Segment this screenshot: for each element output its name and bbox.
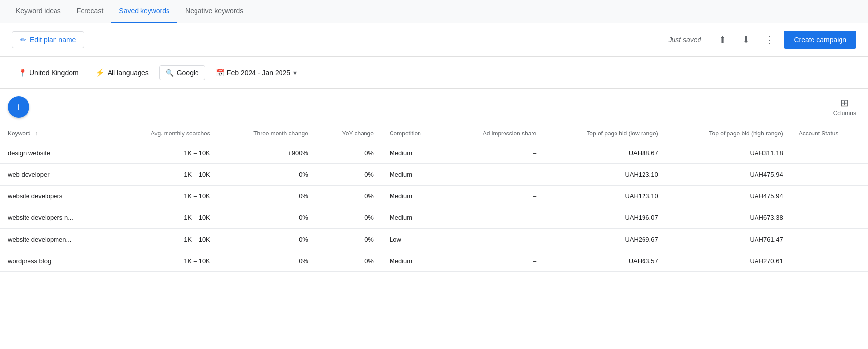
toolbar-right: Just saved ⬆ ⬇ ⋮ Create campaign [668, 31, 856, 49]
table-cell: UAH196.07 [544, 207, 666, 229]
chevron-down-icon: ▾ [293, 69, 297, 77]
table-cell: – [448, 207, 544, 229]
download-icon: ⬇ [742, 34, 750, 45]
th-avg-monthly-searches[interactable]: Avg. monthly searches [113, 125, 218, 142]
add-keyword-button[interactable]: + [8, 96, 29, 118]
table-cell: +900% [218, 142, 316, 164]
languages-label: All languages [108, 69, 149, 77]
table-cell: – [448, 229, 544, 250]
keyword-col-label: Keyword [8, 130, 31, 137]
create-campaign-button[interactable]: Create campaign [784, 31, 856, 49]
plus-icon: + [15, 100, 22, 114]
th-ad-impression-share[interactable]: Ad impression share [448, 125, 544, 142]
date-range-filter[interactable]: 📅 Feb 2024 - Jan 2025 ▾ [209, 65, 303, 80]
location-label: United Kingdom [29, 69, 79, 77]
table-cell: Medium [382, 164, 448, 186]
table-cell: website developmen... [0, 229, 113, 250]
th-keyword[interactable]: Keyword ↑ [0, 125, 113, 142]
tab-keyword-ideas[interactable]: Keyword ideas [8, 0, 69, 23]
table-cell: UAH269.67 [544, 229, 666, 250]
edit-plan-button[interactable]: ✏ Edit plan name [12, 31, 84, 48]
columns-button[interactable]: ⊞ Columns [829, 95, 860, 119]
tab-negative-keywords[interactable]: Negative keywords [177, 0, 251, 23]
th-yoy-change[interactable]: YoY change [316, 125, 382, 142]
languages-icon: ⚡ [95, 68, 105, 77]
table-cell: 0% [218, 207, 316, 229]
table-cell: Medium [382, 250, 448, 272]
table-cell: UAH123.10 [544, 186, 666, 207]
table-cell: UAH475.94 [666, 186, 791, 207]
table-cell: UAH123.10 [544, 164, 666, 186]
table-row: wordpress blog1K – 10K0%0%Medium–UAH63.5… [0, 250, 868, 272]
share-button[interactable]: ⬆ [713, 31, 731, 49]
table-cell: – [448, 186, 544, 207]
table-cell: 0% [316, 250, 382, 272]
table-cell: website developers n... [0, 207, 113, 229]
table-cell: 0% [316, 207, 382, 229]
table-cell: UAH270.61 [666, 250, 791, 272]
toolbar-divider [707, 34, 707, 46]
table-cell: UAH475.94 [666, 164, 791, 186]
table-header-row: Keyword ↑ Avg. monthly searches Three mo… [0, 125, 868, 142]
th-top-bid-high[interactable]: Top of page bid (high range) [666, 125, 791, 142]
just-saved-label: Just saved [668, 36, 701, 44]
table-cell: – [448, 142, 544, 164]
table-cell: 0% [316, 229, 382, 250]
edit-plan-label: Edit plan name [30, 36, 76, 44]
table-cell: UAH673.38 [666, 207, 791, 229]
download-button[interactable]: ⬇ [737, 31, 755, 49]
table-cell [791, 207, 868, 229]
table-cell: 1K – 10K [113, 250, 218, 272]
filters-bar: 📍 United Kingdom ⚡ All languages 🔍 Googl… [0, 57, 868, 89]
table-cell: UAH761.47 [666, 229, 791, 250]
tab-forecast[interactable]: Forecast [69, 0, 111, 23]
tab-saved-keywords[interactable]: Saved keywords [111, 0, 177, 23]
languages-filter[interactable]: ⚡ All languages [89, 65, 155, 81]
keywords-table: Keyword ↑ Avg. monthly searches Three mo… [0, 125, 868, 272]
table-row: web developer1K – 10K0%0%Medium–UAH123.1… [0, 164, 868, 186]
table-cell: 1K – 10K [113, 142, 218, 164]
table-cell: 1K – 10K [113, 229, 218, 250]
table-cell [791, 142, 868, 164]
table-cell: design website [0, 142, 113, 164]
edit-icon: ✏ [20, 36, 26, 44]
table-cell: web developer [0, 164, 113, 186]
th-top-bid-low[interactable]: Top of page bid (low range) [544, 125, 666, 142]
table-cell: 0% [316, 186, 382, 207]
table-cell: 1K – 10K [113, 186, 218, 207]
table-row: design website1K – 10K+900%0%Medium–UAH8… [0, 142, 868, 164]
more-options-button[interactable]: ⋮ [760, 31, 778, 49]
table-cell: Low [382, 229, 448, 250]
table-cell: 1K – 10K [113, 164, 218, 186]
table-cell: website developers [0, 186, 113, 207]
table-cell [791, 186, 868, 207]
sort-up-icon: ↑ [35, 130, 38, 137]
table-cell: 1K – 10K [113, 207, 218, 229]
toolbar: ✏ Edit plan name Just saved ⬆ ⬇ ⋮ Create… [0, 23, 868, 57]
share-icon: ⬆ [719, 34, 726, 45]
more-vert-icon: ⋮ [765, 34, 774, 45]
table-cell: 0% [316, 164, 382, 186]
table-cell: UAH311.18 [666, 142, 791, 164]
table-cell [791, 250, 868, 272]
table-cell: UAH88.67 [544, 142, 666, 164]
search-engine-label: Google [177, 69, 199, 77]
th-three-month-change[interactable]: Three month change [218, 125, 316, 142]
location-filter[interactable]: 📍 United Kingdom [12, 65, 85, 80]
th-competition[interactable]: Competition [382, 125, 448, 142]
table-cell [791, 229, 868, 250]
table-cell: 0% [218, 250, 316, 272]
search-engine-filter[interactable]: 🔍 Google [159, 65, 205, 80]
table-cell: 0% [218, 229, 316, 250]
columns-icon: ⊞ [840, 97, 849, 108]
table-cell: 0% [316, 142, 382, 164]
th-account-status[interactable]: Account Status [791, 125, 868, 142]
table-cell: Medium [382, 186, 448, 207]
table-toolbar: + ⊞ Columns [0, 89, 868, 125]
table-row: website developers1K – 10K0%0%Medium–UAH… [0, 186, 868, 207]
search-engine-icon: 🔍 [166, 69, 174, 77]
calendar-icon: 📅 [216, 69, 224, 77]
create-campaign-label: Create campaign [794, 36, 846, 44]
table-cell: – [448, 250, 544, 272]
table-row: website developmen...1K – 10K0%0%Low–UAH… [0, 229, 868, 250]
